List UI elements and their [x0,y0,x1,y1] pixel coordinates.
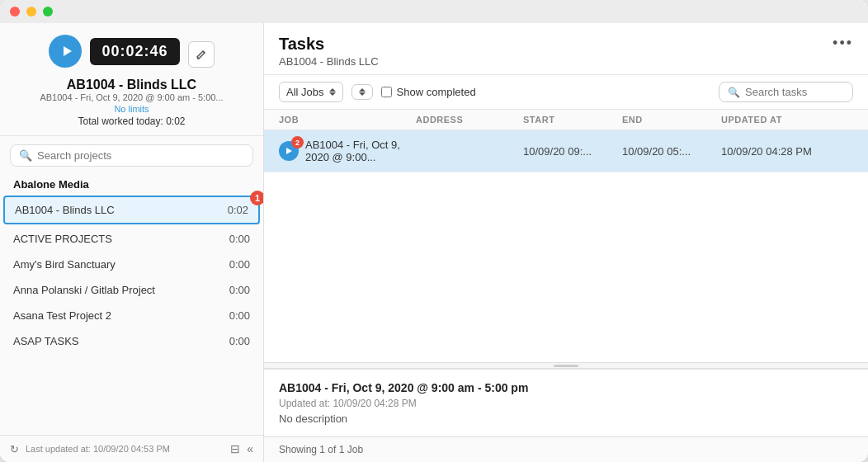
project-item-time: 0:02 [228,204,248,216]
tasks-table: JOB ADDRESS START END UPDATED AT 2 [264,110,868,362]
project-item-time: 0:00 [229,335,250,347]
right-panel: Tasks AB1004 - Blinds LLC ••• All Jobs [264,23,868,462]
secondary-select-arrows-icon [359,88,366,96]
expand-icon[interactable]: ⊟ [230,442,240,455]
last-updated-label: Last updated at: 10/09/20 04:53 PM [26,444,224,454]
group-label-abalone: Abalone Media [0,172,263,194]
search-tasks-icon: 🔍 [728,87,740,98]
tasks-subtitle: AB1004 - Blinds LLC [279,55,853,68]
project-item-name: ASAP TASKS [13,335,229,347]
list-item[interactable]: ASAP TASKS 0:00 [0,328,263,354]
search-projects-box[interactable]: 🔍 [10,144,253,167]
tasks-footer: Showing 1 of 1 Job [264,436,868,462]
handle-dot [554,365,578,367]
list-item[interactable]: Amy's Bird Sanctuary 0:00 [0,252,263,277]
no-limits-label: No limits [114,104,149,114]
project-item-name: Anna Polanski / Gitlab Project [13,284,229,296]
play-button[interactable] [49,35,82,68]
svg-marker-0 [64,46,72,56]
table-header: JOB ADDRESS START END UPDATED AT [264,110,868,130]
list-item[interactable]: AB1004 - Blinds LLC 0:02 1 [3,196,260,224]
col-header-job: JOB [279,115,416,125]
close-button[interactable] [10,7,20,16]
detail-title: AB1004 - Fri, Oct 9, 2020 @ 9:00 am - 5:… [279,381,853,394]
maximize-button[interactable] [43,7,53,16]
col-header-address: ADDRESS [416,115,523,125]
project-item-active[interactable]: AB1004 - Blinds LLC 0:02 [3,196,260,224]
project-item-time: 0:00 [229,233,250,245]
project-item-name: Amy's Bird Sanctuary [13,258,229,271]
app-window: 00:02:46 AB1004 - Blinds LLC AB1004 - Fr… [0,0,868,462]
detail-updated: Updated at: 10/09/20 04:28 PM [279,398,853,409]
timer-row: 00:02:46 [49,35,214,74]
resize-handle[interactable] [264,362,868,369]
show-completed-label: Show completed [397,86,476,98]
projects-list: Abalone Media AB1004 - Blinds LLC 0:02 1… [0,172,263,435]
current-project-name: AB1004 - Blinds LLC [67,78,196,92]
select-arrows-icon [329,88,336,96]
col-header-updated-at: UPDATED AT [721,115,853,125]
tasks-header: Tasks AB1004 - Blinds LLC [264,23,868,75]
collapse-icon[interactable]: « [247,442,253,455]
col-header-end: END [622,115,721,125]
more-options-button[interactable]: ••• [833,35,853,52]
project-item-name: Asana Test Project 2 [13,309,229,322]
sidebar-header: 00:02:46 AB1004 - Blinds LLC AB1004 - Fr… [0,23,263,136]
row-job-name: AB1004 - Fri, Oct 9, 2020 @ 9:00... [305,139,416,163]
job-filter-label: All Jobs [286,86,324,98]
showing-label: Showing 1 of 1 Job [279,444,363,455]
minimize-button[interactable] [26,7,36,16]
search-projects-input[interactable] [37,149,244,162]
search-icon: 🔍 [19,149,32,162]
row-updated-at: 10/09/20 04:28 PM [721,145,853,158]
search-tasks-box[interactable]: 🔍 [719,82,853,102]
current-project-sub: AB1004 - Fri, Oct 9, 2020 @ 9:00 am - 5:… [40,92,223,102]
footer-icons: ⊟ « [230,442,253,455]
edit-button[interactable] [188,41,215,68]
tasks-toolbar: All Jobs Show completed [264,75,868,110]
title-bar [0,0,868,23]
detail-panel: AB1004 - Fri, Oct 9, 2020 @ 9:00 am - 5:… [264,369,868,436]
search-tasks-input[interactable] [745,86,844,98]
show-completed-checkbox[interactable] [381,87,392,97]
svg-marker-2 [286,148,292,154]
list-item[interactable]: Anna Polanski / Gitlab Project 0:00 [0,277,263,303]
job-filter-select[interactable]: All Jobs [279,82,343,102]
project-item-name: AB1004 - Blinds LLC [15,204,228,216]
project-item-time: 0:00 [229,284,250,296]
project-item-name: ACTIVE PROJECTS [13,233,229,245]
detail-description: No description [279,412,853,425]
timer-display: 00:02:46 [90,38,179,65]
secondary-filter-select[interactable] [351,84,373,100]
list-item[interactable]: Asana Test Project 2 0:00 [0,303,263,328]
col-header-start: START [523,115,622,125]
row-badge: 2 [291,136,304,148]
row-start: 10/09/20 09:... [523,145,622,158]
show-completed-checkbox-row: Show completed [381,86,476,98]
project-item-time: 0:00 [229,309,250,322]
total-worked-label: Total worked today: 0:02 [78,116,185,127]
list-item[interactable]: ACTIVE PROJECTS 0:00 [0,226,263,252]
row-end: 10/09/20 05:... [622,145,721,158]
row-play-button[interactable]: 2 [279,141,299,161]
tasks-title: Tasks [279,35,853,54]
sidebar: 00:02:46 AB1004 - Blinds LLC AB1004 - Fr… [0,23,264,462]
row-job-cell: 2 AB1004 - Fri, Oct 9, 2020 @ 9:00... [279,139,416,163]
sidebar-footer: ↻ Last updated at: 10/09/20 04:53 PM ⊟ « [0,435,263,462]
refresh-icon[interactable]: ↻ [10,443,19,455]
badge-1: 1 [250,191,263,205]
main-content: 00:02:46 AB1004 - Blinds LLC AB1004 - Fr… [0,23,868,462]
table-row[interactable]: 2 AB1004 - Fri, Oct 9, 2020 @ 9:00... 10… [264,130,868,172]
project-item-time: 0:00 [229,258,250,271]
